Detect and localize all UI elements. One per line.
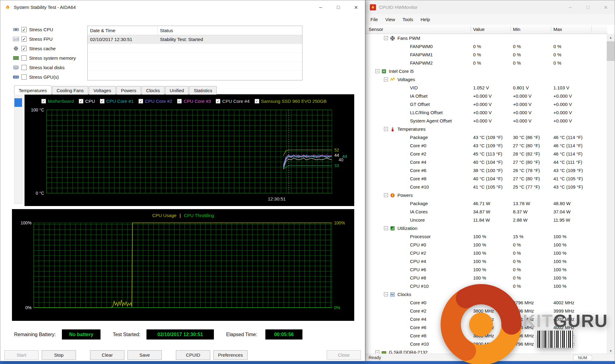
sensor-row[interactable]: Core #245 °C (113 °F)28 °C (82 °F)46 °C … bbox=[366, 150, 607, 158]
legend-checkbox[interactable]: ✓ bbox=[41, 99, 46, 103]
sensor-row[interactable]: IA Offset+0.000 V+0.000 V+0.000 V bbox=[366, 92, 607, 100]
stress-checkbox[interactable]: ✓ bbox=[21, 46, 27, 51]
legend-item: ✓CPU Core #2 bbox=[139, 99, 172, 104]
tab-temperatures[interactable]: Temperatures bbox=[14, 85, 51, 95]
sensor-row[interactable]: CPU #8100 %0 %100 % bbox=[366, 274, 607, 282]
sensor-row[interactable]: CPU #4100 %0 %100 % bbox=[366, 257, 607, 265]
clear-button[interactable]: Clear bbox=[90, 350, 124, 360]
collapse-toggle[interactable]: − bbox=[384, 77, 388, 81]
sensor-row[interactable]: FANPWM10 %0 %0 % bbox=[366, 51, 607, 59]
sensor-row[interactable]: FANPWM20 %0 %0 % bbox=[366, 59, 607, 67]
sensor-label: Core #2 bbox=[410, 308, 426, 313]
sensor-value: 11.84 W bbox=[473, 217, 490, 223]
hwmonitor-titlebar[interactable]: CPUID HWMonitor – □ × bbox=[366, 0, 615, 14]
save-button[interactable]: Save bbox=[127, 350, 162, 360]
collapse-toggle[interactable]: − bbox=[375, 69, 379, 73]
sensor-row[interactable]: Core #03800 MHz3796 MHz4002 MHz bbox=[366, 298, 607, 307]
stress-checkbox[interactable]: ✓ bbox=[21, 27, 27, 32]
menu-item-tools[interactable]: Tools bbox=[399, 17, 417, 22]
test-log-table[interactable]: Date & Time Status 02/10/2017 12:30:51St… bbox=[87, 26, 302, 81]
minimize-button[interactable]: – bbox=[561, 0, 579, 14]
sensor-row[interactable]: Core #638 °C (100 °F)26 °C (78 °F)43 °C … bbox=[366, 166, 607, 174]
sensor-row[interactable]: CPU #10100 %0 %100 % bbox=[366, 282, 607, 290]
legend-checkbox[interactable]: ✓ bbox=[139, 99, 143, 103]
scrollbar-thumb[interactable] bbox=[14, 98, 22, 107]
sensor-group-row[interactable]: −Intel Core i5 bbox=[366, 67, 607, 75]
sensor-group-row[interactable]: −Voltages bbox=[366, 75, 607, 84]
sensor-row[interactable]: Uncore11.84 W2.88 W11.95 W bbox=[366, 216, 607, 224]
maximize-button[interactable]: □ bbox=[579, 0, 597, 14]
legend-checkbox[interactable]: ✓ bbox=[79, 99, 83, 103]
collapse-toggle[interactable]: − bbox=[384, 36, 388, 40]
sensor-row[interactable]: Core #840 °C (104 °F)27 °C (80 °F)41 °C … bbox=[366, 174, 607, 183]
tab-clocks[interactable]: Clocks bbox=[142, 86, 165, 95]
stop-button[interactable]: Stop bbox=[42, 350, 76, 360]
stress-checkbox[interactable] bbox=[21, 65, 27, 70]
sensor-row[interactable]: IA Cores34.87 W8.37 W37.04 W bbox=[366, 208, 607, 216]
sensor-group-row[interactable]: −Powers bbox=[366, 191, 607, 199]
tab-powers[interactable]: Powers bbox=[116, 86, 141, 95]
sensor-row[interactable]: CPU #6100 %0 %100 % bbox=[366, 265, 607, 274]
sensor-row[interactable]: Core #1041 °C (105 °F)25 °C (77 °F)43 °C… bbox=[366, 183, 607, 191]
close-button[interactable]: × bbox=[597, 0, 615, 14]
sensor-row[interactable]: Package46.71 W13.78 W48.80 W bbox=[366, 199, 607, 208]
sensor-table-header[interactable]: Sensor Value Min Max bbox=[366, 25, 607, 34]
sensor-row[interactable]: GT Offset+0.000 V+0.000 V+0.000 V bbox=[366, 100, 607, 108]
legend-checkbox[interactable]: ✓ bbox=[216, 99, 220, 103]
scroll-down-icon[interactable]: ▼ bbox=[607, 347, 615, 354]
sensor-group-row[interactable]: −Utilization bbox=[366, 224, 607, 232]
scroll-up-icon[interactable]: ▲ bbox=[607, 34, 615, 41]
sensor-row[interactable]: VID1.052 V0.801 V1.103 V bbox=[366, 84, 607, 92]
sensor-label: CPU #4 bbox=[410, 259, 426, 264]
sensor-row[interactable]: FANPWM00 %0 %0 % bbox=[366, 42, 607, 51]
sensor-row[interactable]: System Agent Offset+0.000 V+0.000 V+0.00… bbox=[366, 117, 607, 125]
taskbar-edge[interactable] bbox=[0, 361, 615, 364]
legend-checkbox[interactable]: ✓ bbox=[177, 99, 182, 103]
aida64-titlebar[interactable]: System Stability Test - AIDA64 – □ × bbox=[0, 0, 365, 14]
preferences-button[interactable]: Preferences bbox=[213, 350, 248, 360]
sensor-group-row[interactable]: −Fans PWM bbox=[366, 34, 607, 42]
sensor-row[interactable]: Core #043 °C (109 °F)27 °C (80 °F)46 °C … bbox=[366, 141, 607, 150]
close-button[interactable]: × bbox=[347, 0, 365, 14]
log-table-header: Date & Time Status bbox=[88, 26, 302, 35]
menu-item-help[interactable]: Help bbox=[417, 17, 434, 22]
sensor-row[interactable]: Core #43800 MHz1801 MHz4002 MHz bbox=[366, 315, 607, 323]
menu-item-view[interactable]: View bbox=[382, 17, 399, 22]
sensor-row[interactable]: Processor100 %15 %100 % bbox=[366, 232, 607, 241]
sensor-row[interactable]: LLC/Ring Offset+0.000 V+0.000 V+0.000 V bbox=[366, 108, 607, 117]
sensor-row[interactable]: Package43 °C (109 °F)30 °C (86 °F)46 °C … bbox=[366, 133, 607, 141]
stress-checkbox[interactable]: ✓ bbox=[21, 36, 27, 42]
maximize-button[interactable]: □ bbox=[329, 0, 347, 14]
collapse-toggle[interactable]: − bbox=[384, 127, 388, 131]
sensor-row[interactable]: Core #83800 MHz3796 MHz4002 MHz bbox=[366, 332, 607, 340]
sensor-row[interactable]: CPU #2100 %0 %100 % bbox=[366, 249, 607, 257]
start-button[interactable]: Start bbox=[4, 350, 39, 360]
sensor-row[interactable]: CPU #0100 %0 %100 % bbox=[366, 241, 607, 249]
legend-checkbox[interactable]: ✓ bbox=[100, 99, 104, 103]
scrollbar-thumb[interactable] bbox=[607, 41, 615, 61]
stress-checkbox[interactable] bbox=[21, 55, 27, 61]
vertical-scrollbar[interactable]: ▲ ▼ bbox=[607, 34, 615, 354]
sensor-group-row[interactable]: −G.Skill DDR4-2132 bbox=[366, 348, 607, 354]
tab-voltages[interactable]: Voltages bbox=[89, 86, 116, 95]
collapse-toggle[interactable]: − bbox=[384, 292, 388, 296]
sensor-group-row[interactable]: −Temperatures bbox=[366, 125, 607, 133]
collapse-toggle[interactable]: − bbox=[384, 193, 388, 197]
stress-checkbox[interactable] bbox=[21, 74, 27, 80]
sensor-group-row[interactable]: −Clocks bbox=[366, 290, 607, 298]
tab-unified[interactable]: Unified bbox=[165, 86, 189, 95]
sensor-row[interactable]: Core #103800 MHz3796 MHz4001 MHz bbox=[366, 340, 607, 348]
sensor-row[interactable]: Core #23800 MHz3796 MHz3999 MHz bbox=[366, 307, 607, 315]
sensor-row[interactable]: Core #63800 MHz3796 MHz4002 MHz bbox=[366, 323, 607, 332]
menu-item-file[interactable]: File bbox=[367, 17, 382, 22]
close-button[interactable]: Close bbox=[327, 350, 361, 360]
log-table-row[interactable]: 02/10/2017 12:30:51Stability Test: Start… bbox=[88, 35, 302, 44]
tab-statistics[interactable]: Statistics bbox=[189, 86, 217, 95]
sensor-row[interactable]: Core #440 °C (104 °F)27 °C (80 °F)44 °C … bbox=[366, 158, 607, 166]
legend-checkbox[interactable]: ✓ bbox=[255, 99, 259, 103]
collapse-toggle[interactable]: − bbox=[384, 226, 388, 230]
minimize-button[interactable]: – bbox=[312, 0, 329, 14]
tab-cooling-fans[interactable]: Cooling Fans bbox=[52, 86, 88, 95]
chart-vertical-scrollbar[interactable] bbox=[14, 94, 22, 204]
cpuid-button[interactable]: CPUID bbox=[176, 350, 210, 360]
